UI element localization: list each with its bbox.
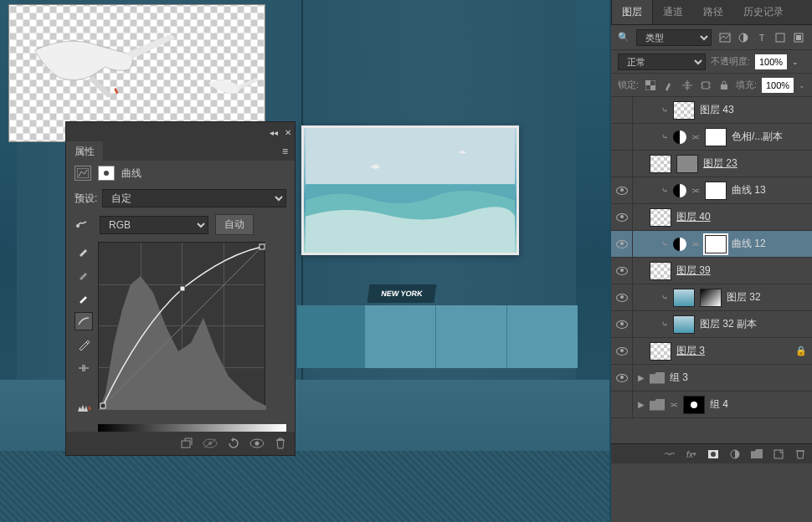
- curves-preset-icon[interactable]: [75, 166, 91, 181]
- layer-item[interactable]: 图层 40: [611, 204, 812, 231]
- tab-layers[interactable]: 图层: [611, 0, 653, 24]
- view-previous-icon[interactable]: [203, 436, 218, 451]
- layer-thumbnail[interactable]: [650, 342, 671, 361]
- delete-icon[interactable]: [273, 436, 288, 451]
- opacity-dropdown-icon[interactable]: ⌄: [792, 58, 799, 66]
- layer-name-label[interactable]: 曲线 13: [732, 183, 766, 197]
- lock-pixels-icon[interactable]: [662, 79, 676, 92]
- layer-visibility-toggle[interactable]: [611, 177, 633, 203]
- layer-thumbnail[interactable]: [650, 262, 671, 280]
- pencil-tool-icon[interactable]: [75, 335, 93, 354]
- lock-position-icon[interactable]: [681, 79, 694, 92]
- layer-item[interactable]: ▶组 3: [611, 365, 812, 392]
- layer-thumbnail[interactable]: [673, 101, 695, 120]
- histogram-toggle-icon[interactable]: [75, 399, 93, 417]
- layer-visibility-toggle[interactable]: [611, 284, 633, 310]
- preset-select[interactable]: 自定: [102, 189, 286, 207]
- search-icon[interactable]: 🔍: [618, 32, 630, 43]
- layer-visibility-toggle[interactable]: [611, 151, 633, 177]
- layer-visibility-toggle[interactable]: [611, 231, 633, 257]
- add-mask-icon[interactable]: [707, 448, 720, 461]
- clip-to-layer-icon[interactable]: [179, 436, 194, 451]
- layer-visibility-toggle[interactable]: [611, 124, 633, 150]
- filter-shape-icon[interactable]: [773, 31, 787, 44]
- layer-visibility-toggle[interactable]: [611, 365, 633, 391]
- lock-artboard-icon[interactable]: [699, 79, 712, 92]
- layer-thumbnail[interactable]: [673, 315, 695, 334]
- curve-point-tool-icon[interactable]: [75, 312, 93, 330]
- filter-type-select[interactable]: 类型: [636, 29, 712, 46]
- toggle-visibility-icon[interactable]: [249, 436, 265, 451]
- layer-item[interactable]: ⤷图层 43: [611, 97, 812, 124]
- tab-paths[interactable]: 路径: [693, 0, 733, 24]
- auto-button[interactable]: 自动: [215, 214, 254, 235]
- tab-channels[interactable]: 通道: [653, 0, 693, 24]
- mask-icon[interactable]: [98, 166, 115, 181]
- layer-visibility-toggle[interactable]: [611, 204, 633, 230]
- filter-smart-icon[interactable]: [792, 31, 805, 44]
- layer-item[interactable]: 图层 23: [611, 151, 812, 177]
- fx-icon[interactable]: fx▾: [685, 448, 698, 461]
- curves-graph[interactable]: [98, 242, 265, 409]
- layer-name-label[interactable]: 图层 32 副本: [700, 317, 757, 331]
- layer-item[interactable]: ⤷图层 32 副本: [611, 311, 812, 338]
- layer-item[interactable]: ⤷⫘曲线 12: [611, 231, 812, 258]
- layer-name-label[interactable]: 图层 3: [676, 344, 705, 358]
- fill-dropdown-icon[interactable]: ⌄: [799, 81, 805, 90]
- layer-visibility-toggle[interactable]: [611, 392, 633, 417]
- layer-mask-thumb[interactable]: [676, 155, 698, 173]
- layer-mask-thumb[interactable]: [700, 289, 722, 307]
- layers-list[interactable]: ⤷图层 43⤷⫘色相/...副本图层 23⤷⫘曲线 13图层 40⤷⫘曲线 12…: [611, 97, 812, 418]
- smooth-tool-icon[interactable]: [75, 359, 93, 377]
- layer-name-label[interactable]: 组 3: [670, 371, 688, 385]
- opacity-input[interactable]: 100%: [755, 54, 787, 69]
- filter-adjustment-icon[interactable]: [737, 31, 750, 44]
- layer-mask-thumb[interactable]: [705, 235, 727, 253]
- layer-name-label[interactable]: 图层 23: [703, 156, 737, 171]
- finger-tool-icon[interactable]: [75, 217, 93, 233]
- layer-mask-thumb[interactable]: [705, 128, 727, 146]
- layer-visibility-toggle[interactable]: [611, 338, 633, 364]
- layer-item[interactable]: ⤷⫘色相/...副本: [611, 124, 812, 151]
- fill-input[interactable]: 100%: [762, 78, 794, 93]
- layer-name-label[interactable]: 图层 43: [700, 103, 734, 117]
- filter-pixel-icon[interactable]: [718, 31, 732, 44]
- layer-item[interactable]: ⤷图层 32: [611, 284, 812, 311]
- layer-visibility-toggle[interactable]: [611, 311, 633, 337]
- layer-item[interactable]: 图层 39: [611, 258, 812, 284]
- layer-item[interactable]: ⤷⫘曲线 13: [611, 177, 812, 204]
- add-adjustment-icon[interactable]: [728, 448, 742, 461]
- layer-item[interactable]: ▶⫘组 4: [611, 392, 812, 418]
- layer-item[interactable]: 图层 3🔒: [611, 338, 812, 365]
- layer-thumbnail[interactable]: [650, 155, 671, 173]
- layer-name-label[interactable]: 图层 40: [676, 210, 711, 224]
- eyedropper-white-icon[interactable]: [75, 289, 93, 307]
- lock-transparency-icon[interactable]: [644, 79, 657, 92]
- tab-history[interactable]: 历史记录: [733, 0, 794, 24]
- layer-thumbnail[interactable]: [650, 208, 671, 227]
- lock-all-icon[interactable]: [717, 79, 731, 92]
- panel-menu-icon[interactable]: ≡: [282, 146, 288, 157]
- layer-name-label[interactable]: 图层 39: [676, 264, 711, 278]
- layer-visibility-toggle[interactable]: [611, 258, 633, 284]
- eyedropper-black-icon[interactable]: [75, 242, 93, 260]
- layer-visibility-toggle[interactable]: [611, 97, 633, 123]
- chevron-right-icon[interactable]: ▶: [638, 400, 645, 409]
- panel-header[interactable]: ◂◂ ✕: [66, 122, 295, 142]
- close-icon[interactable]: ✕: [285, 128, 291, 137]
- eyedropper-gray-icon[interactable]: [75, 265, 93, 284]
- layer-mask-thumb[interactable]: [705, 182, 727, 200]
- new-layer-icon[interactable]: [772, 448, 785, 461]
- properties-tab[interactable]: 属性: [66, 141, 103, 162]
- layers-panel[interactable]: 图层 通道 路径 历史记录 🔍 类型 T 正常 不透明度: 100% ⌄ 锁定:…: [611, 0, 812, 522]
- channel-select[interactable]: RGB: [100, 216, 208, 234]
- filter-type-icon[interactable]: T: [755, 31, 768, 44]
- layer-thumbnail[interactable]: [673, 289, 695, 307]
- collapse-icon[interactable]: ◂◂: [270, 128, 278, 137]
- delete-layer-icon[interactable]: [794, 448, 807, 461]
- new-group-icon[interactable]: [750, 448, 763, 461]
- properties-panel[interactable]: ◂◂ ✕ 属性 ≡ 曲线 预设: 自定 RGB 自动: [65, 121, 296, 456]
- layer-name-label[interactable]: 色相/...副本: [732, 130, 783, 144]
- layer-name-label[interactable]: 组 4: [710, 397, 728, 412]
- reset-icon[interactable]: [226, 436, 241, 451]
